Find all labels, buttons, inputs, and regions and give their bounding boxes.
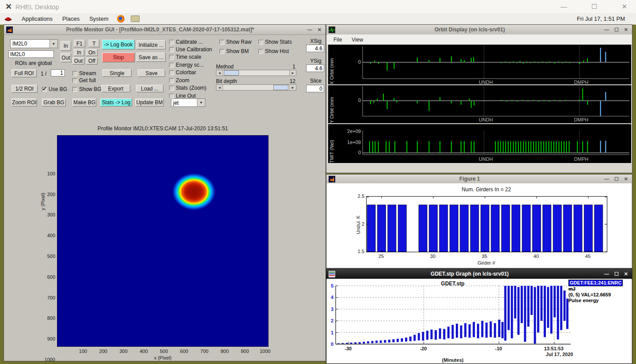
on-button[interactable]: On <box>86 49 98 56</box>
tick-label: 900 <box>236 349 254 354</box>
tick-label: -20 <box>410 346 437 351</box>
show-bg-checkbox[interactable]: Show BG <box>72 86 102 92</box>
tick-label: 40 <box>530 254 543 259</box>
chevron-down-icon: ▼ <box>197 99 205 106</box>
stats-zoom-checkbox[interactable]: Stats (Zoom) <box>169 85 206 91</box>
close-icon[interactable]: ✕ <box>624 27 628 33</box>
method-slider-track[interactable] <box>223 70 289 76</box>
stop-button[interactable]: Stop <box>102 53 135 62</box>
out-small-button[interactable]: Out <box>72 57 84 64</box>
full-roi-button[interactable]: Full ROI <box>11 69 37 77</box>
app-launcher-icon[interactable] <box>131 15 140 22</box>
ytick: 2e+09 <box>345 129 361 134</box>
show-hist-label: Show Hist <box>265 48 289 54</box>
save-as-button[interactable]: Save as ... <box>136 53 166 62</box>
show-bm-checkbox[interactable]: Show BM <box>220 48 249 54</box>
make-bg-button[interactable]: Make BG <box>72 99 96 106</box>
fig1-chart-title: Num. Girders In = 22 <box>366 186 606 193</box>
stream-checkbox[interactable]: Stream <box>72 70 96 76</box>
clock[interactable]: Fri Jul 17, 1:51 PM <box>577 15 625 22</box>
f1-button[interactable]: F1 <box>74 40 85 47</box>
maximize-icon[interactable]: ☐ <box>591 3 597 11</box>
tick-label: 600 <box>175 349 193 354</box>
method-slider-thumb[interactable] <box>224 70 239 76</box>
in-big-button[interactable]: In <box>61 41 71 51</box>
use-bg-checkbox[interactable]: Use BG <box>42 86 67 92</box>
tick-label: 200 <box>38 192 55 197</box>
menu-system[interactable]: System <box>89 15 108 22</box>
use-calibration-checkbox[interactable]: Use Calibration <box>169 46 212 53</box>
maximize-icon[interactable]: ☐ <box>614 27 619 33</box>
tick-label: -10 <box>485 346 512 351</box>
t-button[interactable]: T <box>89 40 99 47</box>
zoom-roi-button[interactable]: Zoom ROI <box>11 99 37 106</box>
out-big-button[interactable]: Out <box>61 53 71 62</box>
energy-scale-checkbox[interactable]: Energy sc... <box>169 62 204 68</box>
close-icon[interactable]: ✕ <box>318 27 322 33</box>
tick-label: 100 <box>38 171 55 176</box>
bit-depth-slider-thumb[interactable] <box>273 85 288 90</box>
update-bm-button[interactable]: Update BM <box>135 99 164 106</box>
device-dropdown[interactable]: IM2L0 ▼ <box>10 39 58 48</box>
legend-pv[interactable]: GDET:FEE1:241:ENRC <box>568 280 623 286</box>
stats-log-button[interactable]: Stats -> Log <box>100 99 132 106</box>
off-button[interactable]: Off <box>86 57 98 64</box>
line-out-label: Line Out <box>176 93 196 99</box>
time-scale-checkbox[interactable]: Time scale <box>169 54 201 60</box>
girder-bar <box>543 205 551 252</box>
bit-depth-slider[interactable]: ◄ ► <box>216 84 296 91</box>
slider-right-arrow-icon[interactable]: ► <box>289 70 296 76</box>
bit-depth-slider-track[interactable] <box>223 85 289 90</box>
close-icon[interactable]: ✕ <box>624 271 628 277</box>
beam-image[interactable] <box>57 135 269 347</box>
minimize-icon[interactable]: — <box>560 3 567 11</box>
slider-left-arrow-icon[interactable]: ◄ <box>216 85 223 90</box>
minimize-icon[interactable]: — <box>307 27 312 32</box>
minimize-icon[interactable]: — <box>604 176 609 182</box>
tick-label: 0 <box>327 341 333 347</box>
menu-applications[interactable]: Applications <box>22 15 53 22</box>
tick-label: 1 <box>327 330 333 335</box>
xsig-field[interactable] <box>306 45 324 52</box>
slider-left-arrow-icon[interactable]: ◄ <box>216 70 223 76</box>
show-hist-checkbox[interactable]: Show Hist <box>258 48 289 54</box>
calibrate-checkbox[interactable]: Calibrate ... <box>169 39 203 45</box>
show-raw-checkbox[interactable]: Show Raw <box>220 39 251 45</box>
method-slider[interactable]: ◄ ► <box>216 70 296 76</box>
minimize-icon[interactable]: — <box>604 271 609 277</box>
menu-places[interactable]: Places <box>62 15 80 22</box>
load-button[interactable]: Load ... <box>136 85 163 92</box>
colormap-dropdown[interactable]: jet ▼ <box>171 99 205 107</box>
undh-label: UNDH <box>473 156 499 162</box>
minimize-icon[interactable]: — <box>604 27 609 32</box>
beam-spot <box>172 173 216 211</box>
log-book-button[interactable]: -> Log Book <box>102 40 135 49</box>
single-button[interactable]: Single <box>102 69 132 77</box>
roi-prefix: 1 / <box>41 71 46 77</box>
device-name-field[interactable] <box>8 50 54 58</box>
get-full-checkbox[interactable]: Get full <box>72 77 96 83</box>
desktop-title: RHEL Desktop <box>15 3 59 11</box>
in-small-button[interactable]: In <box>74 49 84 56</box>
save-button[interactable]: Save <box>138 69 165 77</box>
line-out-checkbox[interactable]: Line Out <box>169 93 196 99</box>
show-stats-checkbox[interactable]: Show Stats <box>258 39 292 45</box>
maximize-icon[interactable]: ☐ <box>614 271 619 277</box>
half-roi-button[interactable]: 1/2 ROI <box>11 85 38 93</box>
ysig-field[interactable] <box>306 64 324 72</box>
colorbar-checkbox[interactable]: Colorbar <box>169 69 196 76</box>
slider-right-arrow-icon[interactable]: ► <box>289 85 296 90</box>
roi-count-field[interactable] <box>51 69 65 76</box>
menu-file[interactable]: File <box>333 37 342 43</box>
close-icon[interactable]: ✕ <box>621 3 627 11</box>
export-button[interactable]: Export <box>101 85 130 92</box>
menu-view[interactable]: View <box>352 37 363 43</box>
slice-field[interactable] <box>306 85 324 92</box>
close-icon[interactable]: ✕ <box>624 176 628 182</box>
grab-bg-button[interactable]: Grab BG <box>42 99 66 106</box>
zoom-checkbox[interactable]: Zoom <box>169 77 189 83</box>
girder-bar <box>553 205 561 252</box>
firefox-icon[interactable] <box>117 15 125 23</box>
maximize-icon[interactable]: ☐ <box>614 176 619 182</box>
initialize-button[interactable]: Initialize ... <box>136 40 166 49</box>
